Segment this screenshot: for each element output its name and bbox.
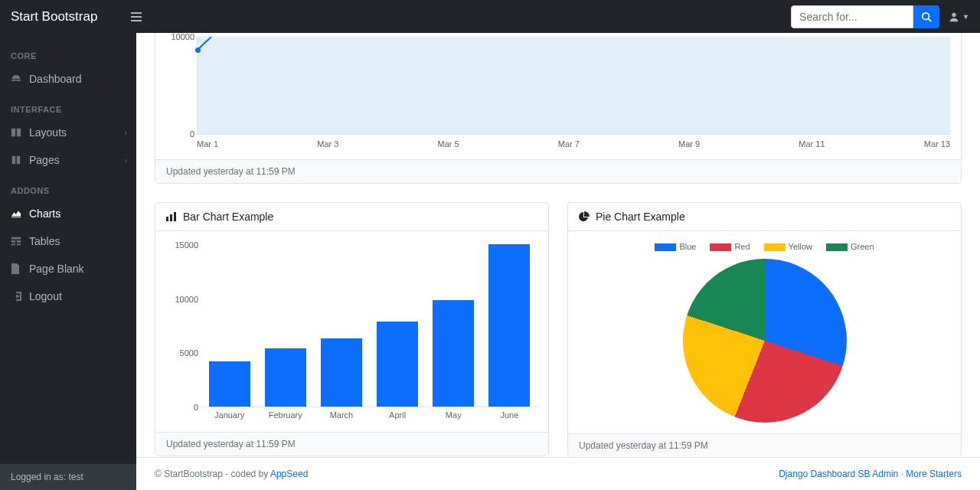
columns-icon [11,127,23,138]
bar-ytick: 15000 [166,240,198,250]
user-menu[interactable]: ▼ [949,11,969,22]
area-chart: 10000 0 Mar 1Mar 3Mar 5Mar 7Mar 9Mar 11M… [166,37,950,149]
bar-june [488,244,530,407]
sidebar-footer: Logged in as: test [0,464,136,490]
footer-link-more[interactable]: More Starters [906,469,962,479]
chart-bar-icon [166,212,177,221]
svg-rect-5 [11,240,15,243]
svg-rect-4 [11,237,21,240]
legend-item-red[interactable]: Red [710,242,750,251]
area-xtick: Mar 3 [317,139,338,149]
legend-swatch [826,243,848,251]
sign-out-icon [11,292,23,301]
user-icon [949,11,959,22]
bar-chart: 050001000015000 JanuaryFebruaryMarchApri… [201,245,537,421]
svg-rect-3 [17,129,21,137]
chart-pie-icon [579,211,590,222]
bar-xtick: June [500,410,518,420]
chevron-right-icon: › [125,156,127,165]
topbar: Start Bootstrap ▼ [0,0,980,33]
bar-xtick: February [269,410,302,420]
svg-rect-10 [170,214,172,221]
svg-rect-7 [11,244,15,246]
area-card-footer: Updated yesterday at 11:59 PM [155,159,961,183]
bar-may [433,300,474,407]
bar-ytick: 0 [166,403,198,412]
area-ytick: 10000 [165,33,194,41]
page-footer: © StartBootstrap - coded by AppSeed Djan… [136,457,980,490]
sidebar-label: Logout [29,290,62,302]
legend-item-blue[interactable]: Blue [655,242,696,251]
caret-down-icon: ▼ [962,13,969,21]
svg-rect-8 [17,244,21,246]
bar-january [209,361,250,407]
search-button[interactable] [913,5,939,28]
table-icon [11,236,23,247]
sidebar: CORE Dashboard INTERFACE Layouts › Pages… [0,33,136,490]
search-input[interactable] [791,5,913,28]
svg-rect-9 [166,217,168,221]
card-title: Bar Chart Example [183,211,273,223]
card-title: Pie Chart Example [596,211,685,223]
search-icon [921,11,932,22]
svg-rect-6 [17,240,21,243]
bar-april [377,322,418,407]
bar-xtick: March [330,410,354,420]
sidebar-item-logout[interactable]: Logout [0,283,136,310]
sidebar-toggle-button[interactable] [131,12,142,21]
sidebar-item-dashboard[interactable]: Dashboard [0,65,136,93]
svg-point-1 [952,12,956,16]
sidebar-item-pages[interactable]: Pages › [0,146,136,174]
legend-swatch [764,243,786,251]
sidebar-heading-core: CORE [0,39,136,65]
sidebar-item-tables[interactable]: Tables [0,227,136,255]
bar-card-footer: Updated yesterday at 11:59 PM [155,432,548,456]
bar-chart-card: Bar Chart Example 050001000015000 Januar… [155,202,549,456]
area-chart-card: 10000 0 Mar 1Mar 3Mar 5Mar 7Mar 9Mar 11M… [155,33,962,184]
sidebar-item-page-blank[interactable]: Page Blank [0,255,136,283]
area-xtick: Mar 5 [438,139,459,149]
book-icon [11,155,23,165]
svg-rect-11 [174,212,176,221]
sidebar-label: Layouts [29,126,67,139]
legend-swatch [710,243,731,251]
main-content: 10000 0 Mar 1Mar 3Mar 5Mar 7Mar 9Mar 11M… [136,33,980,490]
bar-february [265,348,306,407]
logged-in-user: test [68,472,83,482]
chart-area-icon [11,208,23,219]
legend-swatch [655,243,676,251]
bar-xtick: January [214,410,244,420]
bars-icon [131,12,142,21]
footer-link-appseed[interactable]: AppSeed [270,469,308,479]
pie-card-footer: Updated yesterday at 11:59 PM [568,433,961,457]
sidebar-item-layouts[interactable]: Layouts › [0,119,136,146]
bar-march [321,338,362,407]
sidebar-label: Charts [29,207,60,220]
sidebar-label: Dashboard [29,73,82,85]
area-ytick: 0 [165,129,194,139]
pie-chart: BlueRedYellowGreen [579,242,950,423]
legend-item-green[interactable]: Green [826,242,874,251]
bar-xtick: April [389,410,406,420]
sidebar-label: Page Blank [29,263,84,275]
brand[interactable]: Start Bootstrap [11,9,97,24]
area-xtick: Mar 13 [924,139,950,149]
bar-ytick: 10000 [166,295,198,304]
chevron-right-icon: › [125,129,127,137]
tachometer-icon [11,74,23,84]
sidebar-heading-interface: INTERFACE [0,93,136,119]
sidebar-label: Pages [29,154,60,166]
legend-item-yellow[interactable]: Yellow [764,242,812,251]
sidebar-heading-addons: ADDONS [0,174,136,200]
bar-ytick: 5000 [166,348,198,358]
svg-point-0 [923,12,929,19]
pie-chart-card: Pie Chart Example BlueRedYellowGreen Upd… [567,202,962,458]
area-xtick: Mar 7 [558,139,580,149]
area-xtick: Mar 11 [799,139,825,149]
footer-link-django[interactable]: Django Dashboard SB Admin [779,469,898,479]
sidebar-item-charts[interactable]: Charts [0,200,136,227]
svg-rect-2 [11,129,15,137]
area-xtick: Mar 9 [678,139,700,149]
search-form [791,5,939,28]
bar-xtick: May [446,410,462,420]
